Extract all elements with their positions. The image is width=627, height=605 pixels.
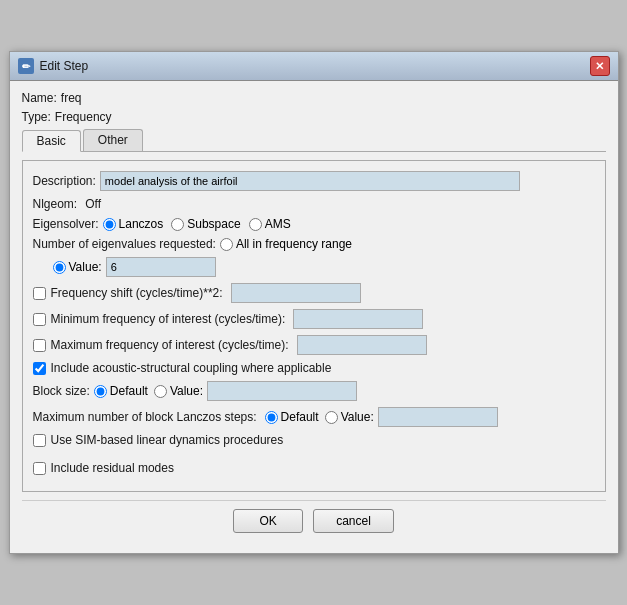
block-size-default[interactable]: Default: [94, 384, 148, 398]
acoustic-coupling-row: Include acoustic-structural coupling whe…: [33, 361, 595, 375]
tab-other[interactable]: Other: [83, 129, 143, 151]
residual-modes-row: Include residual modes: [33, 461, 595, 475]
name-label: Name:: [22, 91, 57, 105]
description-label: Description:: [33, 174, 96, 188]
max-lanczos-input[interactable]: [378, 407, 498, 427]
cancel-button[interactable]: cancel: [313, 509, 394, 533]
dialog-body: Name: freq Type: Frequency Basic Other D…: [10, 81, 618, 553]
name-row: Name: freq: [22, 91, 606, 105]
title-bar-left: ✏ Edit Step: [18, 58, 89, 74]
min-freq-input[interactable]: [293, 309, 423, 329]
button-bar: OK cancel: [22, 500, 606, 543]
freq-shift-input[interactable]: [231, 283, 361, 303]
block-size-input[interactable]: [207, 381, 357, 401]
description-row: Description:: [33, 171, 595, 191]
min-freq-checkbox[interactable]: [33, 313, 46, 326]
acoustic-coupling-checkbox[interactable]: [33, 362, 46, 375]
name-value: freq: [61, 91, 82, 105]
close-button[interactable]: ✕: [590, 56, 610, 76]
eigensolver-subspace[interactable]: Subspace: [171, 217, 240, 231]
min-freq-row: Minimum frequency of interest (cycles/ti…: [33, 309, 595, 329]
max-block-lanczos-label: Maximum number of block Lanczos steps:: [33, 410, 257, 424]
type-label: Type:: [22, 110, 51, 124]
eigensolver-ams[interactable]: AMS: [249, 217, 291, 231]
block-size-label: Block size:: [33, 384, 90, 398]
max-freq-row: Maximum frequency of interest (cycles/ti…: [33, 335, 595, 355]
nlgeom-value: Off: [85, 197, 101, 211]
dialog-title: Edit Step: [40, 59, 89, 73]
eigensolver-label: Eigensolver:: [33, 217, 99, 231]
nlgeom-row: Nlgeom: Off: [33, 197, 595, 211]
eigenvalues-value-radio[interactable]: Value:: [53, 260, 102, 274]
eigenvalues-value-input[interactable]: [106, 257, 216, 277]
max-lanczos-value[interactable]: Value:: [325, 410, 374, 424]
tabs-area: Basic Other: [22, 129, 606, 152]
title-bar: ✏ Edit Step ✕: [10, 52, 618, 81]
freq-shift-row: Frequency shift (cycles/time)**2:: [33, 283, 595, 303]
sim-linear-row: Use SIM-based linear dynamics procedures: [33, 433, 595, 447]
eigensolver-radio-group: Lanczos Subspace AMS: [103, 217, 291, 231]
eigenvalues-row: Number of eigenvalues requested: All in …: [33, 237, 595, 251]
type-row: Type: Frequency: [22, 110, 606, 124]
block-size-value[interactable]: Value:: [154, 384, 203, 398]
max-lanczos-default[interactable]: Default: [265, 410, 319, 424]
residual-modes-label: Include residual modes: [51, 461, 174, 475]
content-area: Description: Nlgeom: Off Eigensolver: La…: [22, 160, 606, 492]
tab-basic[interactable]: Basic: [22, 130, 81, 152]
residual-modes-checkbox[interactable]: [33, 462, 46, 475]
sim-linear-checkbox[interactable]: [33, 434, 46, 447]
sim-linear-label: Use SIM-based linear dynamics procedures: [51, 433, 284, 447]
nlgeom-label: Nlgeom:: [33, 197, 78, 211]
max-block-lanczos-row: Maximum number of block Lanczos steps: D…: [33, 407, 595, 427]
eigensolver-lanczos[interactable]: Lanczos: [103, 217, 164, 231]
freq-shift-label: Frequency shift (cycles/time)**2:: [51, 286, 223, 300]
block-size-row: Block size: Default Value:: [33, 381, 595, 401]
eigenvalues-value-row: Value:: [53, 257, 595, 277]
eigensolver-row: Eigensolver: Lanczos Subspace AMS: [33, 217, 595, 231]
tabs: Basic Other: [22, 129, 606, 152]
eigenvalues-label: Number of eigenvalues requested:: [33, 237, 216, 251]
ok-button[interactable]: OK: [233, 509, 303, 533]
max-freq-input[interactable]: [297, 335, 427, 355]
type-value: Frequency: [55, 110, 112, 124]
min-freq-label: Minimum frequency of interest (cycles/ti…: [51, 312, 286, 326]
max-freq-label: Maximum frequency of interest (cycles/ti…: [51, 338, 289, 352]
description-input[interactable]: [100, 171, 520, 191]
eigenvalues-all[interactable]: All in frequency range: [220, 237, 352, 251]
dialog-icon: ✏: [18, 58, 34, 74]
edit-step-dialog: ✏ Edit Step ✕ Name: freq Type: Frequency…: [9, 51, 619, 554]
freq-shift-checkbox[interactable]: [33, 287, 46, 300]
acoustic-coupling-label: Include acoustic-structural coupling whe…: [51, 361, 332, 375]
max-freq-checkbox[interactable]: [33, 339, 46, 352]
